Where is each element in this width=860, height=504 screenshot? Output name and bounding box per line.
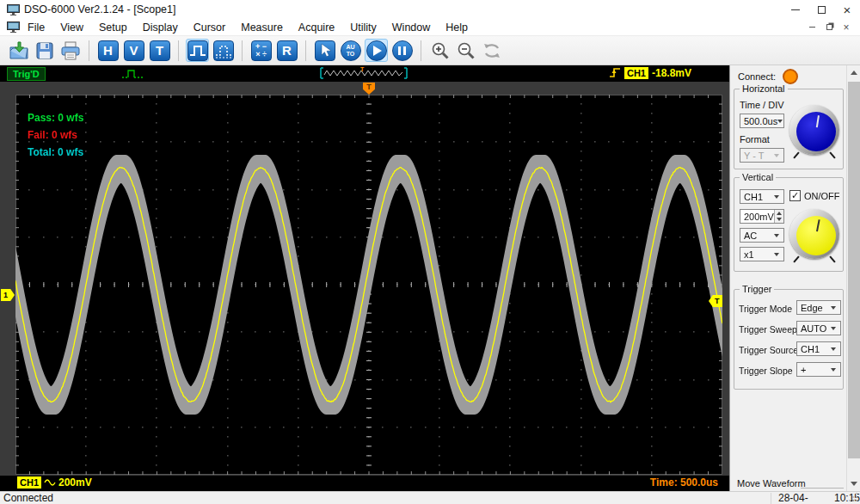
cursor-tool-button[interactable]: [313, 39, 336, 62]
probe-attenuation-select[interactable]: x1: [740, 247, 784, 261]
minimize-icon: [791, 9, 800, 10]
toolbar: H V T + −× ÷ R AUTO: [0, 36, 860, 65]
open-file-button[interactable]: [7, 39, 30, 62]
zoom-in-button[interactable]: [428, 39, 452, 62]
menu-item-display[interactable]: Display: [135, 20, 186, 35]
mdi-restore-icon: [826, 24, 832, 30]
chevron-down-icon: [831, 347, 836, 351]
application-window: DSO-6000 Ver2.1.24 - [Scope1] × File Vie…: [0, 0, 860, 504]
toolbar-separator: [305, 40, 306, 61]
volts-div-stepper[interactable]: 200mV: [740, 209, 784, 224]
fail-counter: Fail: 0 wfs: [28, 126, 83, 144]
stepper-up-button[interactable]: [775, 210, 783, 217]
title-bar: DSO-6000 Ver2.1.24 - [Scope1] ×: [0, 0, 860, 19]
horizontal-settings-button[interactable]: H: [96, 39, 120, 62]
channel-select[interactable]: CH1: [740, 189, 784, 204]
resize-grip[interactable]: [856, 500, 857, 501]
trigger-slope-select[interactable]: +: [796, 362, 841, 377]
scrollbar-thumb[interactable]: [848, 82, 860, 458]
trigger-level-value: -18.8mV: [652, 67, 691, 79]
chevron-down-icon: [831, 368, 836, 372]
time-div-select[interactable]: 500.0us: [740, 114, 784, 128]
scroll-up-button[interactable]: [847, 65, 860, 80]
trigger-slope-icon: [609, 66, 621, 79]
printer-icon: [60, 41, 81, 60]
stepper-down-button[interactable]: [775, 217, 783, 224]
channel1-position-marker[interactable]: 1: [1, 289, 15, 301]
chevron-down-icon: [774, 195, 779, 199]
format-label: Format: [740, 134, 770, 144]
scroll-down-button[interactable]: [847, 476, 860, 491]
channel1-readout: CH1 200mV: [17, 476, 92, 489]
menu-item-utility[interactable]: Utility: [342, 20, 384, 35]
mask-setup-button[interactable]: [212, 39, 235, 62]
status-date: 28-04-2016: [778, 492, 822, 504]
waveform-preview-bar[interactable]: T: [316, 66, 411, 80]
pause-button[interactable]: [390, 39, 414, 62]
reference-button[interactable]: R: [275, 39, 298, 62]
vertical-group-title: Vertical: [740, 172, 776, 182]
pass-fail-test-button[interactable]: [186, 39, 209, 62]
time-div-label: Time / DIV: [740, 100, 784, 110]
channel-onoff-checkbox[interactable]: ✓ ON/OFF: [789, 190, 840, 201]
acquisition-pulse-icon: [120, 67, 146, 81]
panel-scrollbar[interactable]: [846, 65, 860, 491]
zoom-out-button[interactable]: [454, 39, 477, 62]
mdi-minimize-icon: [809, 27, 815, 28]
status-bar: Connected 28-04-2016 10:15: [0, 491, 860, 504]
math-icon: + −× ÷: [255, 43, 267, 58]
menu-item-setup[interactable]: Setup: [91, 20, 135, 35]
horizontal-group: Horizontal Time / DIV 500.0us Format Y -…: [734, 89, 844, 169]
control-panel: Connect: Horizontal Time / DIV 500.0us F…: [729, 65, 860, 491]
close-button[interactable]: ×: [834, 0, 860, 19]
menu-item-acquire[interactable]: Acquire: [291, 20, 342, 35]
save-button[interactable]: [33, 39, 56, 62]
chevron-down-icon: [831, 306, 836, 310]
trigger-settings-button[interactable]: T: [148, 39, 171, 62]
vertical-settings-button[interactable]: V: [122, 39, 145, 62]
scope-status-strip: Trig'D T CH1 -18.8mV: [0, 65, 729, 82]
refresh-icon: [482, 40, 502, 61]
pulse-icon: [188, 41, 207, 60]
auto-setup-button[interactable]: AUTO: [339, 39, 362, 62]
menu-item-file[interactable]: File: [20, 20, 52, 35]
status-time: 10:15: [834, 492, 860, 504]
mdi-minimize-button[interactable]: [803, 21, 820, 34]
knob-tick: [793, 255, 799, 262]
arrow-down-icon: [777, 218, 782, 221]
print-button[interactable]: [58, 39, 82, 62]
connect-status-indicator[interactable]: [783, 69, 798, 84]
move-waveform-line: [801, 488, 844, 489]
chevron-down-icon: [774, 234, 779, 237]
menu-item-help[interactable]: Help: [438, 20, 476, 35]
knob-ring: [789, 105, 839, 155]
format-select[interactable]: Y - T: [740, 148, 784, 163]
coupling-select[interactable]: AC: [740, 228, 784, 243]
menu-item-measure[interactable]: Measure: [233, 20, 291, 35]
menu-item-view[interactable]: View: [52, 20, 91, 35]
trigger-sweep-select[interactable]: AUTO: [796, 321, 841, 335]
channel1-scale-value: 200mV: [58, 476, 92, 489]
trigger-readout: CH1 -18.8mV: [609, 66, 691, 79]
auto-icon: AUTO: [341, 40, 361, 61]
run-button[interactable]: [365, 39, 388, 62]
knob-pointer: [816, 115, 820, 127]
maximize-button[interactable]: [808, 0, 834, 19]
menu-item-window[interactable]: Window: [384, 20, 438, 35]
channel1-badge: CH1: [17, 476, 41, 489]
refresh-button[interactable]: [480, 39, 503, 62]
vertical-position-knob[interactable]: [788, 207, 841, 261]
ac-coupling-icon: [44, 478, 56, 487]
horizontal-position-knob[interactable]: [788, 103, 841, 157]
waveform-display[interactable]: [15, 95, 722, 475]
menu-item-cursor[interactable]: Cursor: [186, 20, 234, 35]
minimize-button[interactable]: [783, 0, 808, 19]
trigger-source-select[interactable]: CH1: [796, 341, 841, 356]
mdi-restore-button[interactable]: [820, 21, 838, 34]
math-button[interactable]: + −× ÷: [249, 39, 273, 62]
trigger-position-marker[interactable]: T: [363, 83, 375, 95]
pass-counter: Pass: 0 wfs: [28, 109, 83, 126]
mdi-close-button[interactable]: ×: [838, 21, 855, 34]
trigger-mode-select[interactable]: Edge: [796, 300, 841, 315]
knob-tick: [829, 151, 835, 158]
